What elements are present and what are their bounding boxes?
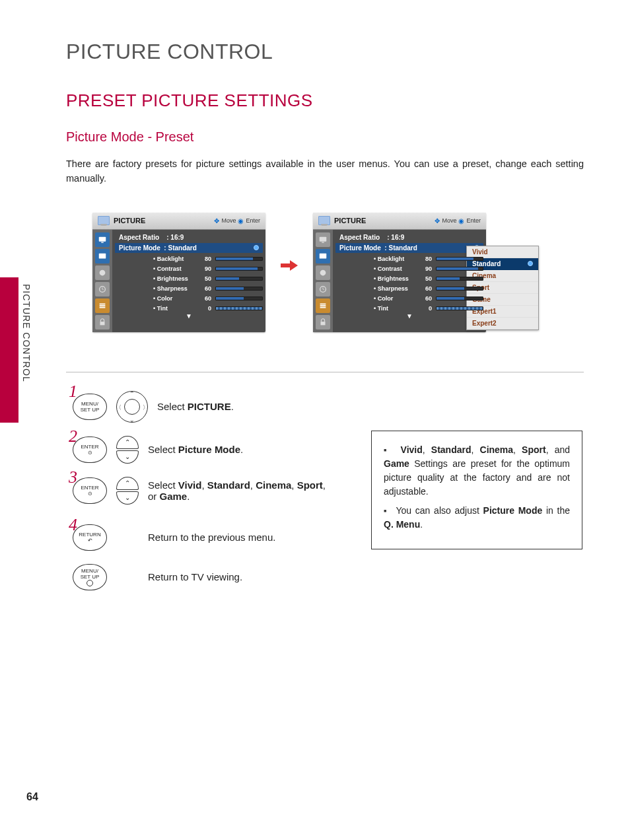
hint-enter: Enter (246, 217, 260, 224)
updown-button[interactable]: ⌃⌄ (116, 436, 139, 464)
param-bar (215, 257, 263, 261)
step-text: Select Vivid, Standard, Cinema, Sport, o… (148, 479, 333, 502)
param-row: • Brightness50 (153, 274, 263, 284)
param-value: 60 (420, 285, 432, 292)
svg-rect-1 (101, 242, 104, 242)
param-row: • Contrast90 (153, 264, 263, 274)
menu-setup-button[interactable]: MENU/ SET UP (73, 394, 107, 420)
aspect-value: : 16:9 (387, 234, 404, 241)
updown-button[interactable]: ⌃⌄ (116, 477, 139, 505)
param-value: 80 (199, 256, 211, 262)
dropdown-option-label: Expert2 (472, 320, 497, 327)
scroll-down-icon: ▼ (115, 312, 263, 320)
svg-rect-14 (320, 303, 326, 304)
menu-icon-audio (95, 265, 110, 280)
notes-box: Vivid, Standard, Cinema, Sport, and Game… (371, 431, 582, 549)
svg-rect-10 (322, 242, 324, 242)
param-label: • Tint (374, 305, 416, 312)
osd-category-icons (313, 230, 333, 332)
svg-rect-15 (320, 305, 326, 306)
selection-dot-icon (528, 261, 533, 266)
dpad-button[interactable]: ⌃⌄〈〉 (116, 391, 148, 423)
param-label: • Brightness (374, 275, 416, 282)
param-label: • Color (374, 295, 416, 302)
svg-rect-0 (99, 237, 106, 242)
subsection-title-h3: Picture Mode - Preset (66, 129, 584, 145)
selection-dot-icon (254, 245, 259, 250)
menu-icon-picture (316, 232, 330, 247)
separator (66, 372, 584, 372)
param-label: • Sharpness (374, 285, 416, 292)
mode-value: : Standard (384, 244, 417, 252)
param-label: • Contrast (374, 265, 416, 272)
param-value: 60 (199, 285, 211, 292)
step-number: 1 (69, 382, 77, 402)
svg-point-12 (320, 270, 326, 276)
step-5: MENU/ SET UP Return to TV viewing. (73, 564, 584, 590)
page-number: 64 (26, 791, 38, 803)
param-bar (436, 277, 483, 281)
step-text: Select PICTURE. (157, 401, 234, 412)
menu-icon-picture2 (95, 249, 110, 263)
dropdown-option[interactable]: Expert2 (467, 318, 538, 330)
note-item: You can also adjust Picture Mode in the … (384, 504, 570, 532)
enter-button[interactable]: ENTER ⊙ (73, 437, 107, 463)
mode-value: : Standard (164, 244, 196, 252)
param-bar (436, 297, 483, 300)
svg-rect-11 (320, 254, 327, 259)
svg-rect-8 (100, 322, 105, 325)
step-text: Return to the previous menu. (148, 532, 275, 543)
svg-rect-16 (320, 307, 326, 308)
menu-icon-time (316, 282, 330, 297)
scroll-down-icon: ▼ (335, 312, 483, 320)
osd-panel-left: PICTURE ✥ Move ◉ Enter (92, 213, 265, 332)
step-1: 1 MENU/ SET UP ⌃⌄〈〉 Select PICTURE. (73, 391, 584, 423)
menu-icon-lock (95, 315, 110, 330)
dropdown-option[interactable]: Vivid (467, 246, 538, 258)
param-value: 80 (420, 256, 432, 262)
mode-label: Picture Mode (339, 244, 381, 252)
param-label: • Tint (153, 305, 195, 312)
osd-panel-right: PICTURE ✥ Move ◉ Enter (313, 213, 486, 332)
param-label: • Brightness (153, 275, 195, 282)
param-value: 0 (420, 305, 432, 312)
menu-icon-lock (316, 315, 330, 330)
param-bar (436, 267, 483, 271)
osd-category-icons (92, 230, 112, 332)
menu-icon-option (316, 298, 330, 313)
note-item: Vivid, Standard, Cinema, Sport, and Game… (384, 443, 570, 499)
menu-icon-audio (316, 265, 330, 280)
param-bar (436, 287, 483, 291)
joystick-icon: ✥ (435, 217, 440, 225)
aspect-label: Aspect Ratio (339, 234, 380, 241)
param-bar (215, 287, 263, 291)
side-tab (0, 277, 18, 423)
param-row: • Sharpness60 (153, 284, 263, 294)
tv-icon (98, 216, 110, 225)
menu-icon-option (95, 298, 110, 313)
tv-icon (318, 216, 330, 225)
param-bar (215, 267, 263, 271)
dropdown-option-label: Standard (472, 260, 501, 267)
menu-setup-button[interactable]: MENU/ SET UP (73, 564, 107, 590)
osd-params-right: • Backlight80• Contrast90• Brightness50•… (335, 253, 483, 314)
return-button[interactable]: RETURN ↶ (73, 524, 107, 551)
param-label: • Backlight (374, 256, 416, 262)
picture-mode-row[interactable]: Picture Mode : Standard (115, 243, 263, 253)
mode-label: Picture Mode (119, 244, 160, 252)
step-text: Select Picture Mode. (148, 444, 243, 455)
picture-mode-row[interactable]: Picture Mode : Standard (335, 243, 483, 253)
menu-icon-time (95, 282, 110, 297)
aspect-label: Aspect Ratio (119, 234, 159, 241)
param-value: 50 (420, 275, 432, 282)
osd-title: PICTURE (334, 217, 366, 225)
dropdown-option-label: Vivid (472, 248, 488, 256)
param-label: • Contrast (153, 265, 195, 272)
enter-button[interactable]: ENTER ⊙ (73, 477, 107, 504)
svg-rect-17 (321, 322, 326, 325)
param-value: 50 (199, 275, 211, 282)
param-value: 60 (420, 295, 432, 302)
enter-dot-icon: ◉ (238, 217, 244, 225)
param-bar (436, 257, 483, 261)
svg-rect-6 (100, 305, 106, 306)
